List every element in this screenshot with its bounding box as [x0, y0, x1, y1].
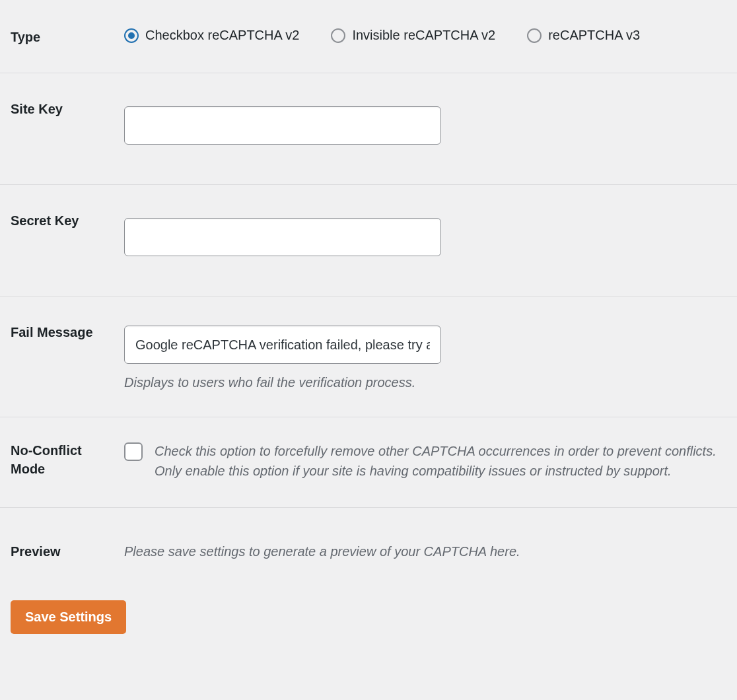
preview-content: Please save settings to generate a previ… — [114, 508, 737, 587]
radio-label: Checkbox reCAPTCHA v2 — [145, 28, 299, 43]
no-conflict-content: Check this option to forcefully remove o… — [114, 417, 737, 507]
type-label: Type — [0, 0, 114, 73]
save-settings-button[interactable]: Save Settings — [11, 600, 126, 634]
preview-row: Preview Please save settings to generate… — [0, 508, 737, 587]
no-conflict-description: Check this option to forcefully remove o… — [155, 441, 737, 481]
fail-message-row: Fail Message Displays to users who fail … — [0, 297, 737, 417]
radio-v3[interactable]: reCAPTCHA v3 — [527, 28, 640, 43]
preview-message: Please save settings to generate a previ… — [124, 533, 737, 561]
radio-invisible-v2[interactable]: Invisible reCAPTCHA v2 — [331, 28, 495, 43]
submit-section: Save Settings — [0, 587, 737, 647]
radio-checkbox-v2[interactable]: Checkbox reCAPTCHA v2 — [124, 28, 299, 43]
radio-label: Invisible reCAPTCHA v2 — [352, 28, 495, 43]
no-conflict-checkbox[interactable] — [124, 442, 143, 461]
secret-key-row: Secret Key — [0, 185, 737, 297]
radio-icon — [527, 28, 542, 43]
no-conflict-label: No-Conflict Mode — [0, 417, 114, 507]
radio-icon — [331, 28, 345, 43]
no-conflict-row: No-Conflict Mode Check this option to fo… — [0, 417, 737, 508]
fail-message-content: Displays to users who fail the verificat… — [114, 297, 737, 417]
type-content: Checkbox reCAPTCHA v2 Invisible reCAPTCH… — [114, 0, 737, 73]
site-key-input[interactable] — [124, 106, 441, 145]
radio-label: reCAPTCHA v3 — [548, 28, 640, 43]
preview-label: Preview — [0, 508, 114, 587]
site-key-row: Site Key — [0, 73, 737, 185]
secret-key-input[interactable] — [124, 218, 441, 256]
settings-form: Type Checkbox reCAPTCHA v2 Invisible reC… — [0, 0, 737, 587]
fail-message-input[interactable] — [124, 326, 441, 364]
type-radio-group: Checkbox reCAPTCHA v2 Invisible reCAPTCH… — [124, 28, 737, 43]
type-row: Type Checkbox reCAPTCHA v2 Invisible reC… — [0, 0, 737, 73]
secret-key-label: Secret Key — [0, 185, 114, 296]
no-conflict-checkbox-wrap: Check this option to forcefully remove o… — [124, 441, 737, 481]
site-key-content — [114, 73, 737, 184]
site-key-label: Site Key — [0, 73, 114, 184]
secret-key-content — [114, 185, 737, 296]
fail-message-label: Fail Message — [0, 297, 114, 417]
radio-icon — [124, 28, 139, 43]
fail-message-description: Displays to users who fail the verificat… — [124, 373, 737, 392]
